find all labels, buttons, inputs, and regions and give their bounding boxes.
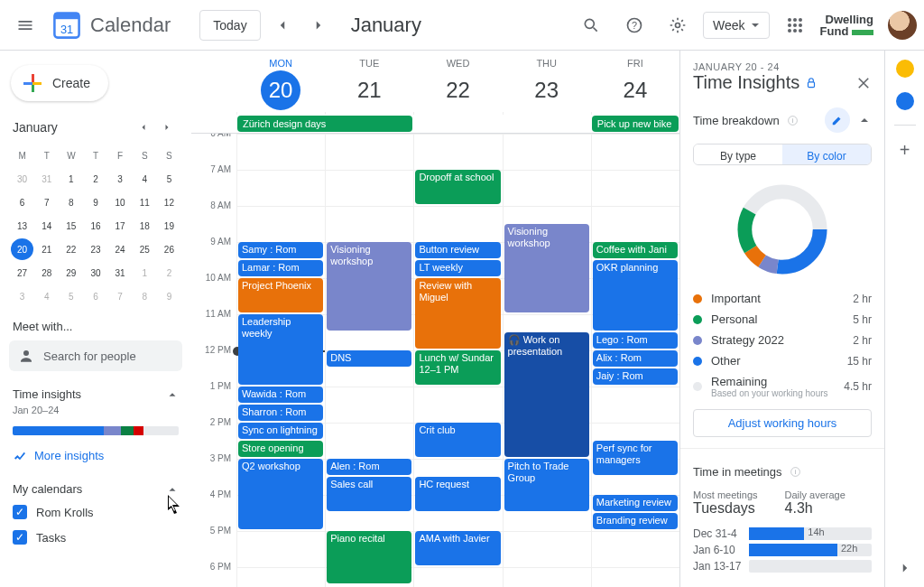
mini-day[interactable]: 8 (60, 191, 82, 213)
mini-day[interactable]: 18 (134, 215, 156, 237)
mini-day[interactable]: 30 (84, 262, 106, 284)
calendar-event[interactable]: Alen : Rom (327, 459, 411, 475)
today-button[interactable]: Today (199, 10, 260, 41)
add-addon-button[interactable]: + (900, 140, 910, 161)
settings-button[interactable] (660, 7, 696, 43)
mini-day[interactable]: 26 (158, 238, 180, 260)
mini-day[interactable]: 1 (60, 168, 82, 190)
allday-event[interactable]: Zürich design days (237, 116, 412, 132)
mini-day[interactable]: 6 (11, 191, 33, 213)
day-header[interactable]: FRI24 (591, 58, 679, 112)
calendar-event[interactable]: Lamar : Rom (238, 260, 323, 276)
mini-day[interactable]: 9 (158, 285, 180, 307)
calendar-event[interactable]: DNS (327, 350, 411, 367)
calendar-event[interactable]: Marketing review (593, 495, 678, 511)
mini-day[interactable]: 1 (134, 262, 156, 284)
my-calendars-title[interactable]: My calendars (7, 470, 184, 499)
mini-day[interactable]: 16 (84, 215, 106, 237)
calendar-event[interactable]: Visioning workshop (327, 242, 411, 331)
mini-calendar[interactable]: MTWTFSS303112345678910111213141516171819… (7, 144, 184, 307)
account-avatar[interactable] (888, 11, 917, 40)
mini-day[interactable]: 29 (60, 262, 82, 284)
create-button[interactable]: Create (11, 65, 108, 101)
calendar-event[interactable]: Piano recital (327, 531, 411, 583)
mini-day[interactable]: 7 (35, 191, 58, 213)
mini-day[interactable]: 10 (109, 191, 132, 213)
day-column[interactable]: Visioning workshopDNSAlen : RomSales cal… (325, 134, 413, 587)
calendar-event[interactable]: Coffee with Jani (593, 242, 678, 258)
mini-day[interactable]: 30 (11, 168, 33, 190)
mini-day[interactable]: 2 (84, 168, 106, 190)
calendar-event[interactable]: 🎧 Work on presentation (504, 332, 589, 457)
mini-day[interactable]: 22 (60, 238, 82, 260)
mini-day[interactable]: 5 (158, 168, 180, 190)
calendar-event[interactable]: Lunch w/ Sundar 12–1 PM (415, 350, 500, 385)
calendar-event[interactable]: Sharron : Rom (238, 405, 323, 421)
calendar-event[interactable]: Alix : Rom (593, 350, 678, 367)
rail-expand-button[interactable] (897, 560, 913, 576)
view-selector[interactable]: Week (703, 12, 770, 39)
calendar-event[interactable]: Sync on lightning (238, 423, 323, 439)
calendar-event[interactable]: Wawida : Rom (238, 387, 323, 403)
mini-day[interactable]: 28 (35, 262, 58, 284)
calendar-event[interactable]: Q2 workshop (238, 459, 323, 529)
mini-day[interactable]: 8 (134, 285, 156, 307)
day-column[interactable]: Coffee with JaniOKR planningLego : RomAl… (591, 134, 679, 587)
day-column[interactable]: Visioning workshop🎧 Work on presentation… (503, 134, 591, 587)
mini-day[interactable]: 13 (11, 215, 33, 237)
mini-day[interactable]: 11 (134, 191, 156, 213)
adjust-hours-button[interactable]: Adjust working hours (693, 409, 872, 437)
mini-day[interactable]: 14 (35, 215, 58, 237)
calendar-event[interactable]: Samy : Rom (238, 242, 323, 258)
calendar-event[interactable]: Sales call (327, 477, 411, 511)
search-button[interactable] (573, 7, 609, 43)
calendar-event[interactable]: Jaiy : Rom (593, 368, 678, 385)
more-insights-link[interactable]: More insights (7, 441, 184, 470)
mini-day[interactable]: 27 (11, 262, 33, 284)
mini-prev-button[interactable] (132, 116, 155, 139)
calendar-item[interactable]: ✓Rom Krolls (7, 499, 184, 525)
mini-day[interactable]: 5 (60, 285, 82, 307)
calendar-event[interactable]: Lego : Rom (593, 332, 678, 349)
calendar-event[interactable]: Dropoff at school (415, 170, 500, 204)
mini-day[interactable]: 2 (158, 262, 180, 284)
mini-day[interactable]: 31 (109, 262, 132, 284)
mini-day[interactable]: 9 (84, 191, 106, 213)
mini-day[interactable]: 24 (109, 238, 132, 260)
calendar-event[interactable]: OKR planning (593, 260, 678, 331)
mini-day[interactable]: 31 (35, 168, 58, 190)
calendar-event[interactable]: LT weekly (415, 260, 500, 276)
day-header[interactable]: WED22 (413, 58, 502, 112)
calendar-event[interactable]: Button review (415, 242, 500, 258)
mini-day[interactable]: 25 (134, 238, 156, 260)
calendar-event[interactable]: Project Phoenix (238, 278, 323, 312)
calendar-event[interactable]: HC request (415, 477, 500, 511)
toggle-by-type[interactable]: By type (694, 144, 782, 164)
mini-next-button[interactable] (155, 116, 179, 139)
mini-day[interactable]: 12 (158, 191, 180, 213)
toggle-by-color[interactable]: By color (782, 144, 871, 164)
day-header[interactable]: THU23 (503, 58, 591, 112)
help-button[interactable]: ? (616, 7, 652, 43)
calendar-item[interactable]: ✓Tasks (7, 525, 184, 550)
mini-day[interactable]: 15 (60, 215, 82, 237)
people-search[interactable]: Search for people (9, 340, 182, 371)
keep-addon[interactable] (896, 60, 914, 78)
mini-day[interactable]: 23 (84, 238, 106, 260)
prev-week-button[interactable] (268, 11, 297, 40)
day-column[interactable]: Dropoff at schoolButton reviewLT weeklyR… (413, 134, 502, 587)
time-insights-title[interactable]: Time insights (7, 375, 184, 405)
mini-day[interactable]: 3 (11, 285, 33, 307)
calendar-event[interactable]: Perf sync for managers (593, 441, 678, 475)
calendar-event[interactable]: Review with Miguel (415, 278, 500, 349)
menu-button[interactable] (7, 7, 43, 43)
next-week-button[interactable] (304, 11, 333, 40)
calendar-event[interactable]: AMA with Javier (415, 531, 500, 565)
edit-button[interactable] (825, 107, 850, 133)
close-panel-button[interactable] (855, 75, 872, 91)
mini-day[interactable]: 20 (11, 238, 33, 260)
mini-day[interactable]: 19 (158, 215, 180, 237)
day-header[interactable]: TUE21 (325, 58, 413, 112)
mini-day[interactable]: 4 (134, 168, 156, 190)
calendar-event[interactable]: Crit club (415, 423, 500, 457)
